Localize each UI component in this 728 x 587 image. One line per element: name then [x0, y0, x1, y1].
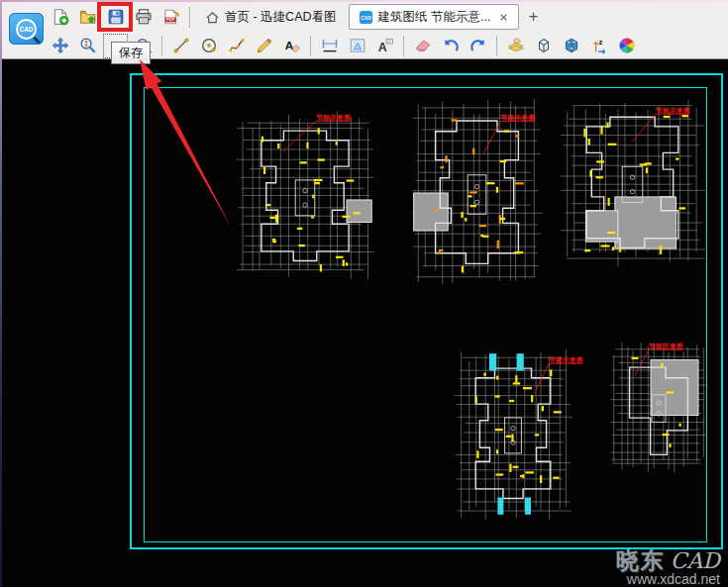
pan-button[interactable] [48, 34, 72, 58]
view-3d-wireframe-icon [535, 37, 553, 54]
pan-icon [52, 37, 69, 54]
toolbar-separator [310, 36, 311, 56]
new-file-icon [52, 8, 69, 26]
draw-spline-icon [228, 37, 246, 54]
toolbar-separator [403, 36, 404, 56]
close-tab-icon[interactable] [498, 12, 509, 23]
redo-button[interactable] [466, 34, 490, 58]
window-border-left [0, 0, 2, 587]
drawing-label: 节能示意图 [648, 342, 683, 350]
watermark: 晓东CAD www.xdcad.net [616, 548, 720, 587]
eraser-icon [414, 37, 432, 54]
export-pdf-icon: PDF [162, 8, 180, 26]
save-tooltip-text: 保存 [119, 46, 143, 59]
cad-plan-4: 节能示意图 [454, 348, 572, 520]
export-pdf-button[interactable]: PDF [158, 5, 183, 30]
layers-button[interactable] [503, 34, 528, 58]
text-annotation-icon: A [376, 37, 394, 54]
svg-text:PDF: PDF [166, 17, 175, 22]
view-3d-wireframe-button[interactable] [531, 34, 556, 58]
watermark-cn: 晓东 [616, 547, 666, 573]
svg-text:z: z [598, 38, 602, 47]
window-border-top [0, 0, 728, 2]
app-logo: CAD [9, 13, 44, 45]
svg-text:A: A [284, 39, 293, 52]
measure-area-icon [349, 37, 366, 54]
eraser-button[interactable] [410, 34, 435, 58]
cad-plan-2: 节能示意图 [411, 99, 543, 287]
svg-text:A: A [377, 41, 386, 54]
text-annotation-button[interactable]: A [372, 34, 397, 58]
tab-home-label: 首页 - 迅捷CAD看图 [225, 9, 337, 26]
insert-text-button[interactable]: A [279, 34, 304, 58]
cad-plan-3: 节能示意图 [560, 97, 705, 269]
draw-circle-icon [200, 37, 218, 54]
drawing-label: 节能示意图 [315, 114, 351, 122]
toolbar-separator [189, 7, 190, 28]
tab-drawing-file[interactable]: CAD 建筑图纸 节能示意... [349, 4, 520, 30]
draw-spline-button[interactable] [224, 34, 249, 58]
print-icon [135, 8, 153, 26]
zoom-scale-icon [79, 37, 97, 54]
save-tooltip: 保存 [111, 42, 151, 64]
plus-icon: + [528, 7, 538, 27]
undo-icon [442, 37, 460, 54]
sort-z-button[interactable]: z [586, 34, 611, 58]
drawing-label: 节能示意图 [548, 356, 583, 364]
tab-home[interactable]: 首页 - 迅捷CAD看图 [196, 4, 346, 30]
undo-button[interactable] [438, 34, 463, 58]
cad-magnifier-icon: CAD [16, 19, 37, 40]
layers-icon [507, 37, 525, 54]
logo-text: CAD [19, 26, 33, 33]
print-button[interactable] [131, 5, 156, 30]
svg-text:CAD: CAD [361, 15, 371, 20]
open-file-icon [79, 8, 97, 26]
measure-area-button[interactable] [345, 34, 369, 58]
cad-plan-5: 节能示意图 [609, 342, 708, 473]
draw-circle-button[interactable] [196, 34, 221, 58]
insert-text-icon: A [283, 37, 301, 54]
new-tab-button[interactable]: + [522, 6, 544, 28]
toolbar-separator [496, 36, 497, 56]
cad-plan-1: 节能示意图 [236, 111, 374, 282]
tab-drawing-label: 建筑图纸 节能示意... [378, 9, 491, 26]
draw-freehand-button[interactable] [252, 34, 276, 58]
save-highlight-box [97, 2, 133, 32]
draw-freehand-icon [256, 37, 273, 54]
drawing-label: 节能示意图 [499, 114, 535, 122]
watermark-url: www.xdcad.net [616, 572, 720, 587]
color-wheel-button[interactable] [614, 34, 639, 58]
home-icon [205, 10, 220, 25]
drawing-label: 节能示意图 [655, 107, 690, 115]
zoom-scale-button[interactable] [75, 34, 100, 58]
view-3d-solid-icon [563, 37, 580, 54]
new-file-button[interactable] [48, 5, 72, 30]
sort-z-icon: z [590, 37, 608, 54]
toolbar-separator [161, 36, 162, 56]
cad-file-icon: CAD [359, 10, 373, 25]
draw-line-button[interactable] [168, 34, 193, 58]
watermark-latin: CAD [671, 548, 720, 573]
color-wheel-icon [618, 37, 636, 54]
measure-length-icon [321, 37, 339, 54]
view-3d-solid-button[interactable] [559, 34, 583, 58]
measure-length-button[interactable] [317, 34, 342, 58]
redo-icon [469, 37, 487, 54]
draw-line-icon [172, 37, 190, 54]
drawing-canvas[interactable]: 节能示意图节能示意图节能示意图节能示意图节能示意图 晓东CAD www.xdca… [2, 59, 728, 587]
